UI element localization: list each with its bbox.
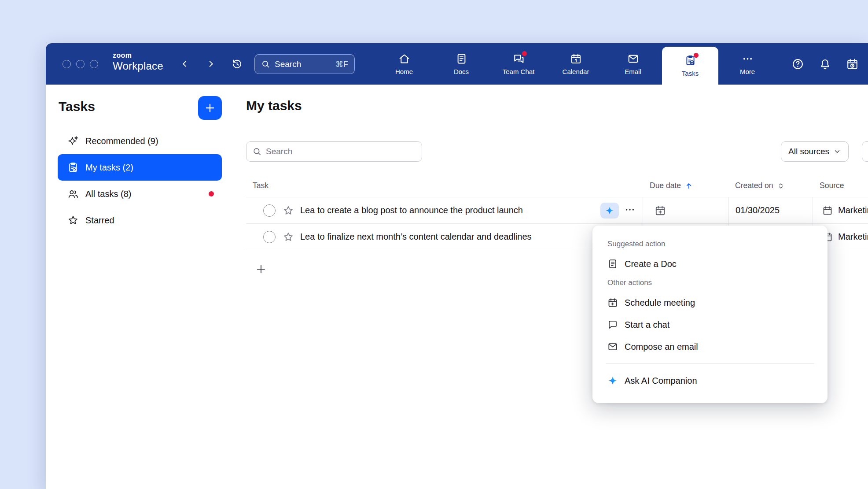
sidebar-item-all-tasks[interactable]: All tasks (8) bbox=[58, 181, 222, 207]
all-tasks-unread-badge bbox=[209, 191, 214, 196]
plus-icon bbox=[255, 263, 267, 275]
history-button[interactable] bbox=[229, 56, 245, 72]
column-header-created-on[interactable]: Created on bbox=[728, 181, 813, 190]
tasks-icon bbox=[684, 55, 696, 67]
workplace-wordmark: Workplace bbox=[113, 60, 163, 72]
sidebar-item-label: My tasks (2) bbox=[85, 163, 133, 173]
add-task-button[interactable] bbox=[198, 96, 222, 120]
task-cell: Lea to create a blog post to announce th… bbox=[246, 197, 643, 223]
task-title: Lea to finalize next month’s content cal… bbox=[300, 232, 532, 242]
sort-ascending-icon[interactable] bbox=[684, 182, 693, 190]
star-icon[interactable] bbox=[283, 231, 294, 243]
home-icon bbox=[398, 53, 410, 65]
ai-companion-quick-action-button[interactable] bbox=[600, 203, 619, 219]
menu-item-start-chat[interactable]: Start a chat bbox=[605, 314, 815, 336]
sort-toggle-icon[interactable] bbox=[777, 182, 785, 190]
search-icon bbox=[261, 59, 270, 69]
due-date-cell[interactable] bbox=[643, 197, 728, 223]
history-clock-icon bbox=[232, 59, 243, 70]
nav-calendar[interactable]: Calendar bbox=[548, 43, 604, 85]
column-header-task[interactable]: Task bbox=[246, 181, 643, 190]
add-task-inline-button[interactable] bbox=[255, 263, 267, 275]
window-zoom-button[interactable] bbox=[90, 60, 98, 68]
back-button[interactable] bbox=[177, 56, 193, 72]
nav-email[interactable]: Email bbox=[605, 43, 661, 85]
plus-icon bbox=[204, 102, 216, 114]
sidebar-item-recommended[interactable]: Recommended (9) bbox=[58, 128, 222, 154]
tasks-unread-badge bbox=[694, 53, 699, 58]
window-minimize-button[interactable] bbox=[76, 60, 85, 68]
tasks-sidebar: Tasks Recommended (9) bbox=[46, 85, 234, 489]
source-value: Marketing bbox=[838, 205, 868, 215]
forward-button[interactable] bbox=[203, 56, 219, 72]
doc-icon bbox=[607, 259, 618, 269]
ai-companion-icon bbox=[607, 375, 618, 386]
source-value: Marketing bbox=[838, 232, 868, 242]
team-chat-unread-badge bbox=[522, 51, 527, 56]
all-sources-filter[interactable]: All sources bbox=[781, 141, 849, 162]
global-search-placeholder: Search bbox=[275, 59, 331, 69]
page-title: My tasks bbox=[246, 98, 302, 113]
bell-icon bbox=[819, 58, 831, 70]
calendar-icon bbox=[607, 297, 618, 308]
source-cell: Marketing bbox=[813, 197, 868, 223]
menu-divider bbox=[606, 363, 814, 364]
top-navigation-bar: zoom Workplace Search ⌘F bbox=[46, 43, 868, 85]
suggested-action-label: Suggested action bbox=[605, 236, 815, 253]
task-complete-checkbox[interactable] bbox=[263, 204, 276, 217]
chevron-down-icon bbox=[833, 148, 841, 156]
menu-item-label: Schedule meeting bbox=[625, 298, 695, 308]
calendar-clock-icon bbox=[846, 58, 859, 70]
sidebar-item-my-tasks[interactable]: My tasks (2) bbox=[58, 154, 222, 181]
sidebar-item-label: Recommended (9) bbox=[85, 136, 158, 146]
menu-item-label: Compose an email bbox=[625, 342, 698, 352]
column-header-due-date[interactable]: Due date bbox=[643, 181, 728, 190]
team-chat-icon bbox=[513, 53, 525, 65]
star-icon bbox=[67, 215, 79, 226]
sidebar-list: Recommended (9) My tasks (2) bbox=[58, 128, 222, 233]
chevron-left-icon bbox=[180, 59, 190, 69]
task-search-input[interactable] bbox=[266, 147, 416, 156]
ellipsis-icon bbox=[624, 204, 636, 215]
calendar-icon bbox=[570, 53, 582, 65]
task-row[interactable]: Lea to create a blog post to announce th… bbox=[246, 197, 868, 224]
task-complete-checkbox[interactable] bbox=[263, 231, 276, 243]
nav-more[interactable]: More bbox=[719, 43, 776, 85]
other-actions-label: Other actions bbox=[605, 275, 815, 292]
window-close-button[interactable] bbox=[63, 60, 71, 68]
my-tasks-icon bbox=[67, 162, 79, 173]
menu-item-label: Create a Doc bbox=[625, 259, 677, 269]
star-icon[interactable] bbox=[283, 205, 294, 216]
created-on-cell: 01/30/2025 bbox=[728, 197, 813, 223]
top-right-actions bbox=[791, 43, 859, 85]
clipped-filter-button[interactable] bbox=[862, 141, 868, 162]
notifications-button[interactable] bbox=[819, 58, 831, 70]
task-cell: Lea to finalize next month’s content cal… bbox=[246, 224, 643, 250]
sidebar-item-starred[interactable]: Starred bbox=[58, 207, 222, 233]
add-due-date-icon[interactable] bbox=[655, 205, 666, 216]
menu-item-ask-ai-companion[interactable]: Ask AI Companion bbox=[605, 370, 815, 392]
zoom-workplace-logo: zoom Workplace bbox=[113, 52, 163, 72]
menu-item-schedule-meeting[interactable]: Schedule meeting bbox=[605, 292, 815, 314]
nav-team-chat[interactable]: Team Chat bbox=[490, 43, 547, 85]
email-icon bbox=[627, 53, 639, 65]
chat-icon bbox=[607, 319, 618, 330]
column-header-source[interactable]: Source bbox=[813, 181, 868, 190]
task-title: Lea to create a blog post to announce th… bbox=[300, 205, 523, 215]
schedule-button[interactable] bbox=[846, 58, 859, 70]
help-button[interactable] bbox=[791, 58, 804, 70]
menu-item-create-doc[interactable]: Create a Doc bbox=[605, 253, 815, 275]
row-more-actions-button[interactable] bbox=[623, 204, 636, 217]
menu-item-compose-email[interactable]: Compose an email bbox=[605, 336, 815, 358]
table-header-row: Task Due date Created on Source bbox=[246, 174, 868, 197]
global-search-shortcut: ⌘F bbox=[335, 59, 348, 69]
nav-home[interactable]: Home bbox=[376, 43, 432, 85]
search-icon bbox=[252, 147, 262, 156]
global-search[interactable]: Search ⌘F bbox=[254, 54, 355, 74]
nav-tasks[interactable]: Tasks bbox=[662, 47, 718, 85]
sparkles-icon bbox=[67, 135, 79, 147]
sidebar-title: Tasks bbox=[59, 99, 95, 114]
task-search[interactable] bbox=[246, 141, 422, 162]
nav-docs[interactable]: Docs bbox=[433, 43, 489, 85]
primary-nav: Home Docs Team Chat bbox=[376, 43, 776, 85]
